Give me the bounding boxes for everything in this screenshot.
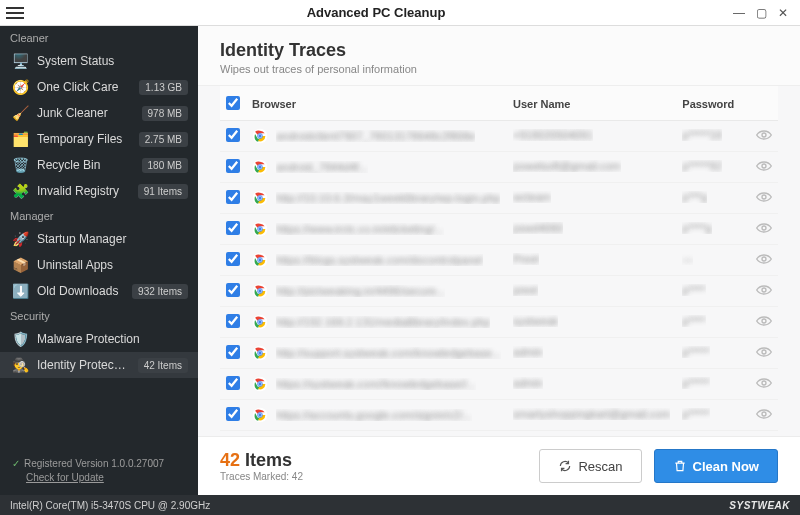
sidebar-item-icon: 🖥️ — [12, 53, 28, 69]
sidebar-item-icon: 🗑️ — [12, 157, 28, 173]
sidebar-item-badge: 2.75 MB — [139, 132, 188, 147]
svg-point-11 — [762, 195, 766, 199]
row-checkbox[interactable] — [226, 159, 240, 173]
check-icon: ✓ — [12, 458, 20, 469]
rescan-label: Rescan — [578, 459, 622, 474]
row-password: p****g — [682, 222, 711, 234]
chrome-icon — [252, 159, 268, 175]
traces-table-wrap[interactable]: Browser User Name Password androidclient… — [198, 86, 800, 436]
table-row[interactable]: androidclient7907_78013178648c2f808e+918… — [220, 121, 778, 152]
row-checkbox[interactable] — [226, 314, 240, 328]
row-site: http://pictweaking.in/4496/secure... — [276, 285, 445, 297]
reveal-icon[interactable] — [756, 377, 772, 389]
table-row[interactable]: https://systweak.com//knowledgebase//...… — [220, 369, 778, 400]
registered-version: Registered Version 1.0.0.27007 — [24, 458, 164, 469]
sidebar-item-old-downloads[interactable]: ⬇️Old Downloads932 Items — [0, 278, 198, 304]
chrome-icon — [252, 190, 268, 206]
sidebar-item-label: Recycle Bin — [37, 158, 133, 172]
table-row[interactable]: http://10.10.6.3/may1weeklibrary/wp-logi… — [220, 183, 778, 214]
select-all-checkbox[interactable] — [226, 96, 240, 110]
clean-now-button[interactable]: Clean Now — [654, 449, 778, 483]
sidebar-item-malware-protection[interactable]: 🛡️Malware Protection — [0, 326, 198, 352]
table-row[interactable]: http://support.systweak.com/knowledgebas… — [220, 338, 778, 369]
row-checkbox[interactable] — [226, 345, 240, 359]
row-username: wcteam — [513, 191, 551, 203]
sidebar-item-identity-protection[interactable]: 🕵️Identity Protection42 Items — [0, 352, 198, 378]
action-bar: 42 Items Traces Marked: 42 Rescan Clean … — [198, 436, 800, 495]
row-checkbox[interactable] — [226, 376, 240, 390]
rescan-button[interactable]: Rescan — [539, 449, 641, 483]
chrome-icon — [252, 283, 268, 299]
sidebar-item-invalid-registry[interactable]: 🧩Invalid Registry91 Items — [0, 178, 198, 204]
table-row[interactable]: https://www.irctc.co.in/eticketing/...ps… — [220, 214, 778, 245]
sidebar-item-badge: 1.13 GB — [139, 80, 188, 95]
row-username: admin — [513, 377, 543, 389]
cpu-info: Intel(R) Core(TM) i5-3470S CPU @ 2.90GHz — [10, 500, 210, 511]
reveal-icon[interactable] — [756, 315, 772, 327]
sidebar-item-label: Old Downloads — [37, 284, 123, 298]
row-username: preet — [513, 284, 538, 296]
row-username: +918020504091 — [513, 129, 593, 141]
svg-point-38 — [258, 413, 261, 416]
row-password: p**** — [682, 284, 705, 296]
sidebar-item-recycle-bin[interactable]: 🗑️Recycle Bin180 MB — [0, 152, 198, 178]
sidebar-item-badge: 91 Items — [138, 184, 188, 199]
table-row[interactable]: http://192.168.2.131/mediallibrary/index… — [220, 307, 778, 338]
reveal-icon[interactable] — [756, 222, 772, 234]
row-password: p*****92 — [682, 160, 722, 172]
row-checkbox[interactable] — [226, 221, 240, 235]
chrome-icon — [252, 221, 268, 237]
sidebar-item-badge: 932 Items — [132, 284, 188, 299]
row-site: https://accounts.google.com/signin/v2/..… — [276, 409, 472, 421]
chrome-icon — [252, 252, 268, 268]
svg-point-7 — [762, 164, 766, 168]
row-username: smartyshoppingkart@gmail.com — [513, 408, 670, 420]
svg-point-35 — [762, 381, 766, 385]
row-checkbox[interactable] — [226, 128, 240, 142]
sidebar: Cleaner🖥️System Status🧭One Click Care1.1… — [0, 26, 198, 495]
reveal-icon[interactable] — [756, 253, 772, 265]
row-password: p*****18 — [682, 129, 722, 141]
menu-icon[interactable] — [6, 7, 24, 19]
minimize-button[interactable]: — — [728, 4, 750, 22]
row-username: pswd4060 — [513, 222, 563, 234]
row-site: android_7844d4f... — [276, 161, 368, 173]
reveal-icon[interactable] — [756, 191, 772, 203]
maximize-button[interactable]: ▢ — [750, 4, 772, 22]
sidebar-item-icon: 🧩 — [12, 183, 28, 199]
reveal-icon[interactable] — [756, 284, 772, 296]
sidebar-item-temporary-files[interactable]: 🗂️Temporary Files2.75 MB — [0, 126, 198, 152]
chrome-icon — [252, 407, 268, 423]
reveal-icon[interactable] — [756, 346, 772, 358]
sidebar-item-startup-manager[interactable]: 🚀Startup Manager — [0, 226, 198, 252]
reveal-icon[interactable] — [756, 160, 772, 172]
table-row[interactable]: android_7844d4f...powelsoft@gmail.comp**… — [220, 152, 778, 183]
sidebar-item-system-status[interactable]: 🖥️System Status — [0, 48, 198, 74]
count-word: Items — [245, 450, 292, 470]
table-row[interactable]: https://accounts.google.com/signin/v2/..… — [220, 400, 778, 431]
reveal-icon[interactable] — [756, 408, 772, 420]
row-site: https://blogs.systweak.com/docontrolpane… — [276, 254, 483, 266]
sidebar-item-label: Invalid Registry — [37, 184, 129, 198]
sidebar-item-icon: 🗂️ — [12, 131, 28, 147]
sidebar-group-label: Security — [0, 304, 198, 326]
window-title: Advanced PC Cleanup — [24, 5, 728, 20]
row-site: http://10.10.6.3/may1weeklibrary/wp-logi… — [276, 192, 500, 204]
table-row[interactable]: https://blogs.systweak.com/docontrolpane… — [220, 245, 778, 276]
row-checkbox[interactable] — [226, 252, 240, 266]
chrome-icon — [252, 314, 268, 330]
sidebar-item-junk-cleaner[interactable]: 🧹Junk Cleaner978 MB — [0, 100, 198, 126]
svg-point-2 — [258, 134, 261, 137]
close-button[interactable]: ✕ — [772, 4, 794, 22]
chrome-icon — [252, 376, 268, 392]
row-checkbox[interactable] — [226, 190, 240, 204]
table-row[interactable]: http://pictweaking.in/4496/secure...pree… — [220, 276, 778, 307]
reveal-icon[interactable] — [756, 129, 772, 141]
row-checkbox[interactable] — [226, 283, 240, 297]
sidebar-item-one-click-care[interactable]: 🧭One Click Care1.13 GB — [0, 74, 198, 100]
content-header: Identity Traces Wipes out traces of pers… — [198, 26, 800, 86]
row-password: p***g — [682, 191, 707, 203]
sidebar-item-uninstall-apps[interactable]: 📦Uninstall Apps — [0, 252, 198, 278]
check-for-update-link[interactable]: Check for Update — [26, 469, 186, 487]
row-checkbox[interactable] — [226, 407, 240, 421]
